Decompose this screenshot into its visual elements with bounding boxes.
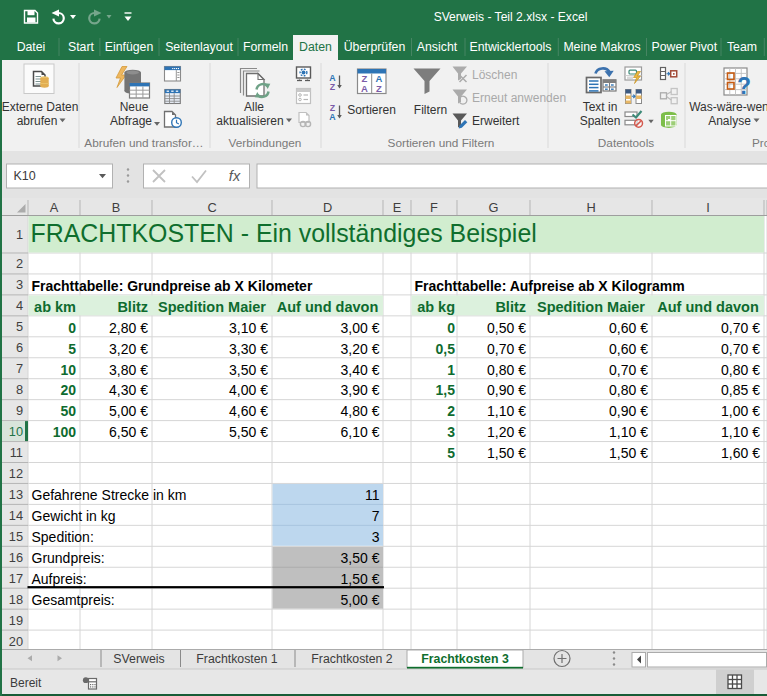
svg-text:Team: Team (727, 40, 757, 54)
svg-text:0,70 €: 0,70 € (721, 341, 760, 357)
svg-text:0,70 €: 0,70 € (721, 320, 760, 336)
svg-text:Gewicht in kg: Gewicht in kg (32, 508, 116, 524)
svg-text:Verbindungen: Verbindungen (229, 136, 302, 150)
svg-text:3,80 €: 3,80 € (109, 362, 148, 378)
svg-text:4: 4 (16, 298, 23, 313)
svg-text:Frachtkosten 3: Frachtkosten 3 (421, 652, 509, 666)
svg-text:100: 100 (53, 424, 77, 440)
svg-text:Power Pivot: Power Pivot (651, 40, 717, 54)
svg-text:0,50 €: 0,50 € (487, 320, 526, 336)
svg-text:6,50 €: 6,50 € (109, 424, 148, 440)
svg-text:1,50 €: 1,50 € (341, 571, 380, 587)
svg-text:Meine Makros: Meine Makros (563, 40, 640, 54)
svg-text:1,10 €: 1,10 € (487, 403, 526, 419)
svg-text:3: 3 (372, 529, 380, 545)
svg-text:Spedition Maier: Spedition Maier (537, 299, 645, 315)
svg-text:5,50 €: 5,50 € (229, 424, 268, 440)
svg-text:8: 8 (16, 382, 23, 397)
svg-text:FRACHTKOSTEN - Ein vollständig: FRACHTKOSTEN - Ein vollständiges Beispie… (31, 219, 537, 247)
svg-text:Was-wäre-wen: Was-wäre-wen (689, 100, 767, 114)
svg-text:6,10 €: 6,10 € (341, 424, 380, 440)
svg-text:Seitenlayout: Seitenlayout (165, 40, 233, 54)
svg-text:3,20 €: 3,20 € (341, 341, 380, 357)
svg-text:4,30 €: 4,30 € (109, 382, 148, 398)
svg-text:Externe Daten: Externe Daten (2, 100, 79, 114)
svg-text:5: 5 (68, 341, 76, 357)
svg-text:0: 0 (447, 320, 455, 336)
svg-text:1,50 €: 1,50 € (487, 445, 526, 461)
svg-text:2: 2 (16, 256, 23, 271)
svg-text:5,00 €: 5,00 € (341, 592, 380, 608)
svg-text:19: 19 (9, 613, 23, 628)
svg-text:Erweitert: Erweitert (472, 114, 520, 128)
svg-text:Prognose: Prognose (752, 136, 767, 150)
svg-text:?: ? (737, 73, 751, 99)
svg-text:11: 11 (365, 487, 380, 503)
svg-text:A: A (329, 112, 336, 122)
svg-text:1,50 €: 1,50 € (609, 445, 648, 461)
svg-text:0,80 €: 0,80 € (721, 362, 760, 378)
svg-text:Frachtkosten 2: Frachtkosten 2 (311, 652, 392, 666)
svg-text:2,80 €: 2,80 € (109, 320, 148, 336)
svg-text:3,30 €: 3,30 € (229, 341, 268, 357)
svg-text:17: 17 (9, 571, 23, 586)
svg-text:5,00 €: 5,00 € (109, 403, 148, 419)
svg-text:Erneut anwenden: Erneut anwenden (472, 91, 566, 105)
svg-text:Ansicht: Ansicht (417, 40, 458, 54)
svg-text:Blitz: Blitz (495, 299, 526, 315)
svg-text:0,5: 0,5 (436, 341, 456, 357)
svg-text:B: B (112, 200, 121, 215)
svg-text:12: 12 (9, 466, 23, 481)
svg-text:Löschen: Löschen (472, 68, 517, 82)
svg-text:Sortieren: Sortieren (347, 103, 396, 117)
svg-text:7: 7 (16, 361, 23, 376)
svg-text:K10: K10 (14, 169, 36, 183)
svg-text:Neue: Neue (120, 100, 149, 114)
svg-text:0,90 €: 0,90 € (609, 403, 648, 419)
svg-text:3,10 €: 3,10 € (229, 320, 268, 336)
svg-text:Frachttabelle: Aufpreise ab X: Frachttabelle: Aufpreise ab X Kilogramm (415, 278, 685, 294)
svg-text:13: 13 (9, 487, 23, 502)
svg-text:2: 2 (447, 403, 455, 419)
svg-text:Auf und davon: Auf und davon (657, 299, 759, 315)
svg-text:D: D (323, 200, 332, 215)
svg-text:Auf und davon: Auf und davon (277, 299, 379, 315)
svg-text:1,5: 1,5 (436, 382, 456, 398)
svg-text:Spedition Maier: Spedition Maier (158, 299, 266, 315)
svg-text:Formeln: Formeln (243, 40, 288, 54)
svg-text:Frachtkosten 1: Frachtkosten 1 (196, 652, 277, 666)
svg-text:11: 11 (10, 445, 23, 460)
svg-text:1: 1 (16, 227, 23, 242)
svg-text:0,80 €: 0,80 € (609, 382, 648, 398)
svg-text:0,80 €: 0,80 € (487, 362, 526, 378)
svg-text:20: 20 (9, 634, 23, 649)
svg-text:4,60 €: 4,60 € (229, 403, 268, 419)
svg-text:Gesamtpreis:: Gesamtpreis: (32, 592, 115, 608)
svg-text:5: 5 (447, 445, 455, 461)
svg-text:0,70 €: 0,70 € (487, 341, 526, 357)
svg-text:F: F (430, 200, 438, 215)
svg-text:fx: fx (229, 168, 241, 184)
svg-text:0,85 €: 0,85 € (721, 382, 760, 398)
svg-text:20: 20 (60, 382, 76, 398)
svg-text:10: 10 (9, 424, 23, 439)
svg-text:Entwicklertools: Entwicklertools (469, 40, 551, 54)
svg-text:0,90 €: 0,90 € (487, 382, 526, 398)
svg-text:0,60 €: 0,60 € (609, 341, 648, 357)
svg-text:Spalten: Spalten (580, 114, 621, 128)
svg-text:H: H (586, 200, 595, 215)
svg-text:Spedition:: Spedition: (32, 529, 94, 545)
svg-text:Z: Z (376, 83, 382, 94)
svg-text:3,00 €: 3,00 € (341, 320, 380, 336)
svg-text:Bereit: Bereit (10, 676, 42, 690)
svg-text:9: 9 (16, 403, 23, 418)
svg-text:C: C (207, 200, 216, 215)
svg-text:Datentools: Datentools (598, 136, 654, 150)
svg-text:A: A (361, 83, 368, 94)
svg-text:1: 1 (447, 362, 455, 378)
svg-text:0,60 €: 0,60 € (609, 320, 648, 336)
svg-text:Frachttabelle: Grundpreise ab: Frachttabelle: Grundpreise ab X Kilomete… (32, 278, 313, 294)
svg-text:ab km: ab km (34, 299, 76, 315)
svg-text:Text in: Text in (583, 100, 618, 114)
svg-text:4,00 €: 4,00 € (229, 382, 268, 398)
